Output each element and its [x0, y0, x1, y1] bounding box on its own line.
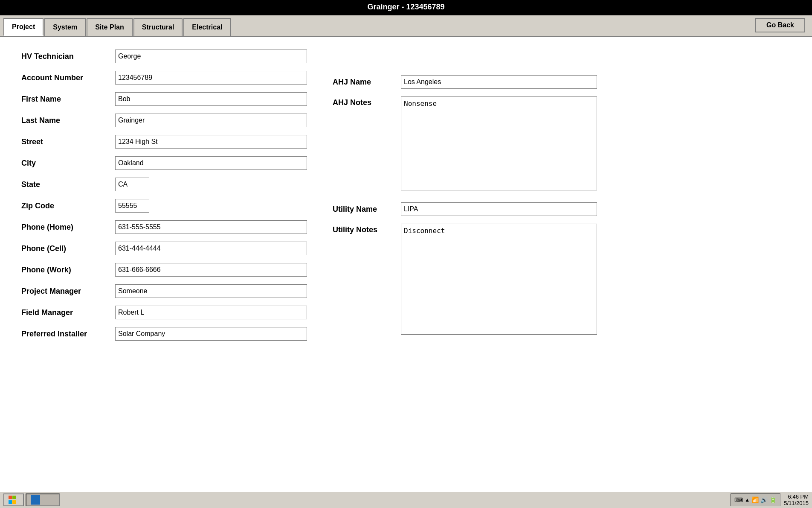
account-number-input[interactable]	[115, 71, 307, 85]
utility-name-row: Utility Name	[333, 202, 597, 216]
app-icon	[31, 495, 40, 505]
phone-home-input[interactable]	[115, 220, 307, 234]
street-label: Street	[21, 137, 115, 146]
right-form: AHJ Name AHJ Notes Nonsense Utility Name…	[333, 50, 597, 478]
ahj-notes-label: AHJ Notes	[333, 96, 401, 107]
hv-technician-input[interactable]	[115, 50, 307, 63]
phone-cell-input[interactable]	[115, 242, 307, 255]
project-manager-row: Project Manager	[21, 284, 307, 298]
project-manager-label: Project Manager	[21, 287, 115, 296]
ahj-notes-row: AHJ Notes Nonsense	[333, 96, 597, 190]
hv-technician-label: HV Technician	[21, 52, 115, 61]
phone-home-label: Phone (Home)	[21, 223, 115, 232]
utility-notes-label: Utility Notes	[333, 224, 401, 234]
date-display: 5/11/2015	[784, 500, 809, 506]
preferred-installer-input[interactable]	[115, 327, 307, 341]
title-text: Grainger - 123456789	[367, 3, 444, 11]
project-manager-input[interactable]	[115, 284, 307, 298]
main-content: HV Technician Account Number First Name …	[0, 37, 812, 491]
last-name-label: Last Name	[21, 116, 115, 125]
zip-code-input[interactable]	[115, 199, 149, 213]
taskbar: ⌨ ▲ 📶 🔊 🔋 6:46 PM 5/11/2015	[0, 491, 812, 508]
zip-code-label: Zip Code	[21, 201, 115, 210]
ahj-name-label: AHJ Name	[333, 78, 401, 87]
city-row: City	[21, 156, 307, 170]
field-manager-input[interactable]	[115, 306, 307, 319]
taskbar-app[interactable]	[26, 493, 60, 506]
taskbar-icons: ⌨ ▲ 📶 🔊 🔋	[731, 493, 780, 506]
phone-work-input[interactable]	[115, 263, 307, 277]
state-row: State	[21, 178, 307, 191]
state-input[interactable]	[115, 178, 149, 191]
taskbar-time: 6:46 PM 5/11/2015	[784, 493, 809, 506]
account-number-row: Account Number	[21, 71, 307, 85]
first-name-row: First Name	[21, 92, 307, 106]
last-name-input[interactable]	[115, 114, 307, 127]
street-input[interactable]	[115, 135, 307, 149]
street-row: Street	[21, 135, 307, 149]
utility-notes-textarea[interactable]: Disconnect	[401, 224, 597, 335]
account-number-label: Account Number	[21, 73, 115, 82]
network-icon: 📶	[751, 496, 759, 503]
tab-electrical[interactable]: Electrical	[183, 18, 231, 36]
field-manager-row: Field Manager	[21, 306, 307, 319]
ahj-name-input[interactable]	[401, 75, 597, 89]
state-label: State	[21, 180, 115, 189]
zip-code-row: Zip Code	[21, 199, 307, 213]
keyboard-icon: ⌨	[734, 496, 743, 503]
chevron-up-icon: ▲	[745, 497, 750, 503]
phone-work-row: Phone (Work)	[21, 263, 307, 277]
ahj-name-row: AHJ Name	[333, 75, 597, 89]
volume-icon: 🔊	[760, 496, 768, 503]
tab-project[interactable]: Project	[3, 18, 44, 36]
first-name-label: First Name	[21, 95, 115, 104]
time-display: 6:46 PM	[784, 493, 809, 500]
tab-site-plan[interactable]: Site Plan	[87, 18, 133, 36]
city-input[interactable]	[115, 156, 307, 170]
hv-technician-row: HV Technician	[21, 50, 307, 63]
first-name-input[interactable]	[115, 92, 307, 106]
battery-icon: 🔋	[769, 496, 777, 503]
phone-cell-label: Phone (Cell)	[21, 244, 115, 253]
go-back-button[interactable]: Go Back	[755, 18, 805, 32]
city-label: City	[21, 159, 115, 168]
utility-notes-row: Utility Notes Disconnect	[333, 224, 597, 335]
tab-structural[interactable]: Structural	[133, 18, 183, 36]
phone-work-label: Phone (Work)	[21, 266, 115, 274]
utility-name-label: Utility Name	[333, 205, 401, 214]
left-form: HV Technician Account Number First Name …	[21, 50, 307, 478]
start-button[interactable]	[3, 493, 24, 506]
preferred-installer-label: Preferred Installer	[21, 330, 115, 339]
title-bar: Grainger - 123456789	[0, 0, 812, 15]
phone-home-row: Phone (Home)	[21, 220, 307, 234]
field-manager-label: Field Manager	[21, 308, 115, 317]
utility-name-input[interactable]	[401, 202, 597, 216]
phone-cell-row: Phone (Cell)	[21, 242, 307, 255]
preferred-installer-row: Preferred Installer	[21, 327, 307, 341]
tab-bar: Project System Site Plan Structural Elec…	[0, 15, 812, 37]
ahj-notes-textarea[interactable]: Nonsense	[401, 96, 597, 190]
taskbar-right: ⌨ ▲ 📶 🔊 🔋 6:46 PM 5/11/2015	[731, 493, 809, 506]
windows-logo-icon	[9, 496, 17, 504]
tab-system[interactable]: System	[44, 18, 86, 36]
last-name-row: Last Name	[21, 114, 307, 127]
